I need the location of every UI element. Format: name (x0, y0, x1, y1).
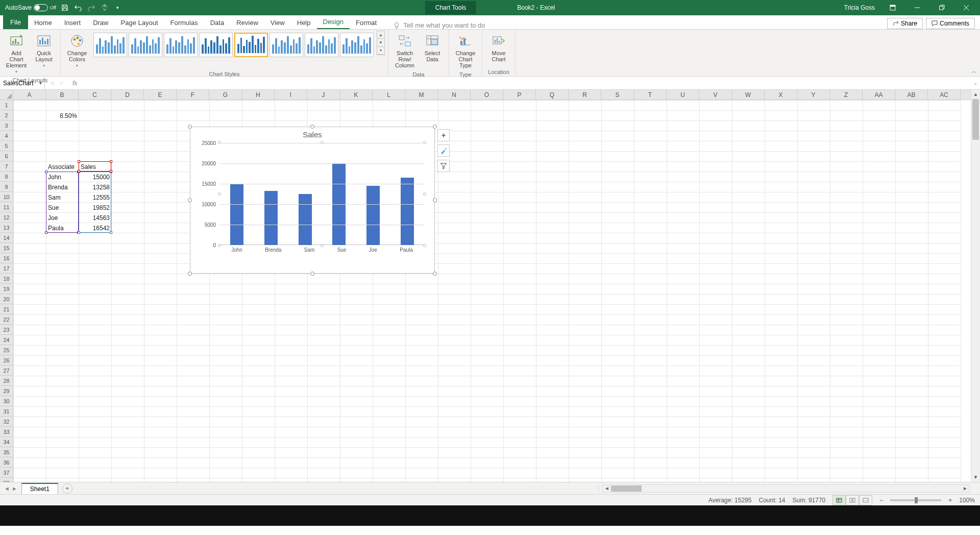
cell[interactable] (438, 295, 471, 305)
cell[interactable]: 19852 (79, 203, 112, 213)
cell[interactable] (569, 458, 602, 468)
cell[interactable] (46, 141, 79, 152)
cell[interactable] (14, 131, 46, 141)
cell[interactable] (112, 407, 144, 417)
chart-style-thumb[interactable] (234, 33, 268, 57)
cell[interactable] (634, 478, 667, 482)
cell[interactable] (14, 223, 46, 233)
cell[interactable] (112, 397, 144, 407)
cell[interactable] (667, 417, 700, 427)
cell[interactable] (798, 417, 830, 427)
cell[interactable] (732, 284, 765, 295)
cell[interactable] (46, 458, 79, 468)
cell[interactable] (14, 162, 46, 172)
cell[interactable] (79, 315, 112, 325)
cell[interactable] (79, 427, 112, 437)
cell[interactable] (798, 335, 830, 346)
cell[interactable] (667, 305, 700, 315)
cell[interactable] (569, 274, 602, 284)
cell[interactable] (732, 458, 765, 468)
cell[interactable] (471, 203, 504, 213)
cell[interactable] (667, 152, 700, 162)
cell[interactable] (830, 346, 863, 356)
cell[interactable] (896, 101, 928, 111)
cell[interactable] (373, 274, 406, 284)
cell[interactable] (308, 376, 340, 386)
cell[interactable]: Associate (46, 162, 79, 172)
cell[interactable] (14, 152, 46, 162)
cell[interactable] (569, 407, 602, 417)
cell[interactable] (569, 315, 602, 325)
cell[interactable] (471, 192, 504, 203)
enter-formula-icon[interactable]: ✓ (59, 80, 64, 87)
cell[interactable] (536, 162, 569, 172)
cell[interactable] (830, 325, 863, 335)
cell[interactable] (79, 407, 112, 417)
cell[interactable] (830, 141, 863, 152)
cell[interactable] (830, 427, 863, 437)
cell[interactable] (144, 141, 177, 152)
cell[interactable] (373, 376, 406, 386)
cell[interactable] (438, 407, 471, 417)
cell[interactable] (275, 366, 308, 376)
cell[interactable] (177, 448, 210, 458)
cell[interactable] (863, 448, 896, 458)
cell[interactable] (602, 101, 634, 111)
cell[interactable] (732, 213, 765, 223)
cell[interactable] (144, 427, 177, 437)
cell[interactable] (373, 448, 406, 458)
cell[interactable] (406, 427, 438, 437)
cell[interactable] (732, 356, 765, 366)
cell[interactable] (765, 284, 798, 295)
cell[interactable] (928, 437, 961, 448)
cell[interactable] (406, 458, 438, 468)
cell[interactable] (667, 203, 700, 213)
scroll-left-icon[interactable]: ◄ (603, 485, 611, 491)
cell[interactable] (667, 448, 700, 458)
cell[interactable]: 14563 (79, 213, 112, 223)
cell[interactable] (798, 305, 830, 315)
normal-view-button[interactable] (832, 495, 846, 505)
cell[interactable] (14, 366, 46, 376)
cell[interactable] (765, 356, 798, 366)
cell[interactable] (79, 376, 112, 386)
row-header[interactable]: 2 (0, 110, 13, 120)
column-header[interactable]: L (373, 90, 405, 100)
cell[interactable] (765, 437, 798, 448)
cell[interactable] (830, 458, 863, 468)
cell[interactable] (504, 152, 536, 162)
cell[interactable] (536, 356, 569, 366)
cell[interactable] (242, 366, 275, 376)
cell[interactable] (210, 335, 242, 346)
cell[interactable] (471, 468, 504, 478)
cell[interactable] (634, 376, 667, 386)
cell[interactable] (406, 274, 438, 284)
column-header[interactable]: W (732, 90, 765, 100)
fx-icon[interactable]: fx (69, 80, 80, 87)
column-header[interactable]: B (46, 90, 79, 100)
cell[interactable] (242, 407, 275, 417)
cell[interactable] (602, 162, 634, 172)
cell[interactable] (896, 427, 928, 437)
column-header[interactable]: I (275, 90, 307, 100)
cell[interactable] (602, 478, 634, 482)
cell[interactable] (112, 437, 144, 448)
cell[interactable] (340, 335, 373, 346)
cell[interactable] (471, 182, 504, 192)
cell[interactable] (373, 397, 406, 407)
cell[interactable] (863, 172, 896, 182)
cell[interactable] (471, 152, 504, 162)
cell[interactable] (210, 376, 242, 386)
qat-customize-button[interactable]: ▾ (113, 3, 122, 12)
chart-styles-gallery[interactable] (91, 31, 376, 59)
tab-home[interactable]: Home (28, 16, 58, 29)
cell[interactable] (210, 315, 242, 325)
cell[interactable] (798, 376, 830, 386)
cell[interactable] (798, 121, 830, 131)
chart-style-thumb[interactable] (270, 33, 303, 57)
cell[interactable] (79, 264, 112, 274)
cell[interactable] (765, 192, 798, 203)
cell[interactable] (569, 346, 602, 356)
cell[interactable] (798, 264, 830, 274)
cell[interactable] (896, 346, 928, 356)
